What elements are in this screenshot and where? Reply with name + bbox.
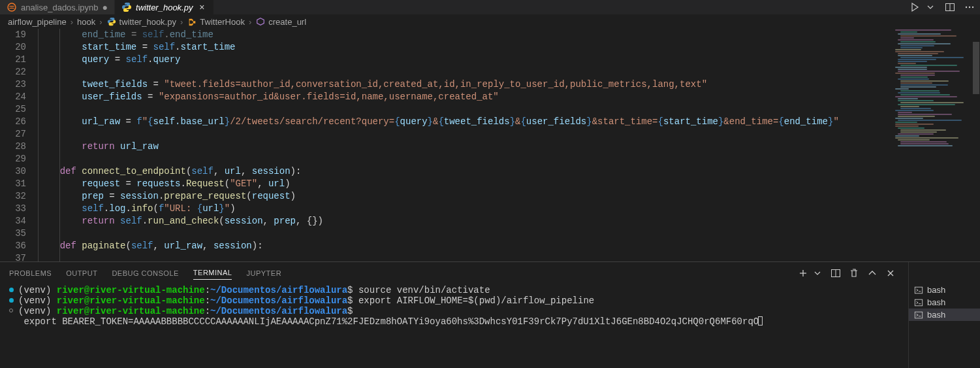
- editor[interactable]: 19202122232425262728293031323334353637 e…: [0, 29, 980, 261]
- tab-twitter-hook[interactable]: twitter_hook.py ×: [115, 0, 214, 14]
- terminal-instance[interactable]: bash: [909, 296, 980, 309]
- chevron-right-icon: ›: [247, 17, 253, 27]
- svg-rect-12: [915, 287, 922, 293]
- tab-label: analise_dados.ipynb: [21, 3, 99, 12]
- breadcrumb-item: create_url: [255, 16, 306, 27]
- svg-rect-13: [915, 299, 922, 306]
- tab-label: twitter_hook.py: [136, 3, 193, 12]
- close-panel-icon[interactable]: [885, 268, 896, 278]
- svg-point-0: [8, 3, 16, 11]
- class-icon: [187, 16, 197, 27]
- new-terminal-icon[interactable]: [797, 268, 809, 278]
- tab-actions-group: [908, 0, 976, 14]
- terminal-instance[interactable]: bash: [909, 309, 980, 321]
- panel-tab-terminal[interactable]: TERMINAL: [193, 266, 232, 280]
- run-icon[interactable]: [908, 2, 921, 12]
- breadcrumb-item: TwitterHook: [187, 16, 245, 27]
- bottom-panel: PROBLEMS OUTPUT DEBUG CONSOLE TERMINAL J…: [0, 261, 980, 368]
- terminal-icon: [914, 310, 923, 320]
- kill-terminal-icon[interactable]: [848, 268, 860, 278]
- svg-point-5: [972, 7, 973, 8]
- chevron-right-icon: ›: [179, 17, 184, 27]
- svg-point-3: [966, 7, 967, 8]
- code-content[interactable]: end_time = self.end_time start_time = se…: [38, 29, 980, 265]
- panel-tab-debug-console[interactable]: DEBUG CONSOLE: [112, 267, 178, 280]
- svg-rect-14: [915, 312, 922, 318]
- terminal-output[interactable]: (venv) river@river-virtual-machine:~/Doc…: [0, 284, 908, 368]
- method-icon: [255, 16, 266, 27]
- chevron-down-icon[interactable]: [812, 268, 823, 278]
- chevron-right-icon: ›: [69, 17, 74, 27]
- minimap[interactable]: [893, 29, 971, 261]
- panel-tab-problems[interactable]: PROBLEMS: [9, 267, 52, 280]
- tab-analise-dados[interactable]: analise_dados.ipynb ●: [0, 0, 115, 14]
- python-icon: [106, 16, 117, 27]
- chevron-right-icon: ›: [98, 17, 103, 27]
- vertical-scrollbar[interactable]: [971, 29, 980, 261]
- breadcrumb[interactable]: airflow_pipeline › hook › twitter_hook.p…: [0, 14, 980, 29]
- jupyter-icon: [7, 2, 17, 12]
- terminal-icon: [914, 286, 923, 295]
- breadcrumb-item: hook: [77, 17, 95, 27]
- svg-point-4: [969, 7, 970, 8]
- panel-tab-jupyter[interactable]: JUPYTER: [246, 267, 281, 280]
- maximize-panel-icon[interactable]: [866, 268, 878, 278]
- split-terminal-icon[interactable]: [830, 268, 842, 278]
- split-editor-icon[interactable]: [943, 2, 956, 12]
- chevron-down-icon[interactable]: [924, 2, 937, 12]
- breadcrumb-item: twitter_hook.py: [106, 16, 176, 27]
- breadcrumb-item: airflow_pipeline: [8, 17, 67, 27]
- python-icon: [121, 2, 132, 12]
- close-icon[interactable]: ×: [197, 2, 207, 12]
- terminal-sidebar: bashbashbash: [908, 262, 980, 368]
- terminal-instance[interactable]: bash: [909, 284, 980, 296]
- panel-tabs: PROBLEMS OUTPUT DEBUG CONSOLE TERMINAL J…: [0, 262, 291, 284]
- line-number-gutter: 19202122232425262728293031323334353637: [0, 29, 38, 261]
- panel-actions: [797, 268, 896, 278]
- panel-tab-output[interactable]: OUTPUT: [66, 267, 97, 280]
- editor-tab-bar: analise_dados.ipynb ● twitter_hook.py ×: [0, 0, 980, 14]
- dirty-indicator-icon: ●: [103, 2, 108, 12]
- terminal-icon: [914, 298, 923, 307]
- more-icon[interactable]: [963, 2, 976, 12]
